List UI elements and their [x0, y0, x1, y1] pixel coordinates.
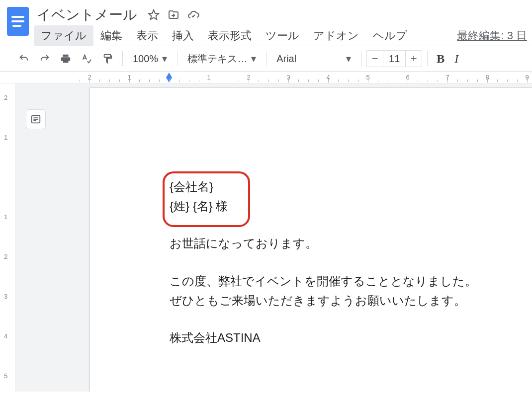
menu-addons[interactable]: アドオン — [306, 25, 366, 46]
document-page[interactable]: {会社名} {姓} {名} 様 お世話になっております。 この度、弊社でイベント… — [89, 87, 532, 392]
menu-insert[interactable]: 挿入 — [165, 25, 201, 46]
toolbar-divider — [266, 51, 266, 66]
paint-format-button[interactable] — [97, 49, 117, 69]
document-outline-button[interactable] — [26, 109, 46, 129]
toolbar-divider — [427, 51, 428, 66]
doc-paragraph[interactable]: お世話になっております。 — [170, 234, 532, 252]
cloud-status-icon[interactable] — [187, 8, 200, 21]
docs-logo[interactable] — [5, 4, 31, 39]
toolbar-divider — [177, 51, 177, 66]
first-line-indent-marker[interactable] — [166, 73, 172, 78]
font-size-value[interactable]: 11 — [383, 51, 406, 67]
doc-paragraph[interactable]: この度、弊社でイベントを開催することとなりました。 — [170, 272, 532, 290]
document-title[interactable]: イベントメール — [34, 4, 140, 25]
toolbar: 100% ▾ 標準テキス… ▾ Arial ▾ − 11 + B I — [0, 46, 532, 72]
chevron-down-icon: ▾ — [162, 53, 167, 65]
chevron-down-icon: ▾ — [251, 53, 256, 65]
spellcheck-button[interactable] — [77, 49, 96, 69]
menu-edit[interactable]: 編集 — [93, 25, 129, 46]
undo-button[interactable] — [14, 49, 34, 69]
menu-file[interactable]: ファイル — [34, 25, 93, 46]
font-size-decrease[interactable]: − — [367, 51, 383, 67]
move-folder-icon[interactable] — [167, 8, 180, 21]
redo-button[interactable] — [35, 49, 55, 69]
font-family-label: Arial — [276, 53, 296, 65]
print-button[interactable] — [56, 49, 76, 69]
menu-bar: ファイル 編集 表示 挿入 表示形式 ツール アドオン ヘルプ 最終編集: 3 … — [34, 26, 527, 46]
font-family-select[interactable]: Arial ▾ — [271, 49, 356, 69]
editor-canvas: 12123456 {会社名} {姓} {名} 様 お世話になっております。 この… — [0, 83, 532, 392]
chevron-down-icon: ▾ — [346, 53, 351, 65]
app-header: イベントメール ファイル 編集 表示 挿入 表示形式 ツール アドオン ヘルプ … — [0, 0, 532, 46]
bold-button[interactable]: B — [433, 52, 448, 66]
horizontal-ruler[interactable]: 1212345678910 — [0, 72, 532, 83]
zoom-select[interactable]: 100% ▾ — [128, 49, 172, 69]
toolbar-divider — [361, 51, 361, 66]
toolbar-divider — [122, 51, 123, 66]
last-edit-link[interactable]: 最終編集: 3 日 — [457, 28, 527, 43]
italic-button[interactable]: I — [449, 52, 463, 66]
star-icon[interactable] — [147, 8, 160, 21]
zoom-value: 100% — [133, 53, 158, 65]
vertical-ruler[interactable]: 12123456 — [0, 83, 16, 392]
menu-view[interactable]: 表示 — [129, 25, 165, 46]
doc-signature[interactable]: 株式会社ASTINA — [170, 328, 532, 347]
menu-tools[interactable]: ツール — [259, 25, 306, 46]
font-size-control: − 11 + — [366, 50, 422, 67]
menu-help[interactable]: ヘルプ — [366, 25, 414, 46]
menu-format[interactable]: 表示形式 — [201, 25, 259, 46]
paragraph-style-label: 標準テキス… — [187, 52, 247, 66]
font-size-increase[interactable]: + — [406, 51, 422, 67]
doc-paragraph[interactable]: ぜひともご来場いただきますようお願いいたします。 — [170, 291, 532, 310]
annotation-highlight-box — [163, 171, 250, 227]
paragraph-style-select[interactable]: 標準テキス… ▾ — [182, 49, 261, 69]
